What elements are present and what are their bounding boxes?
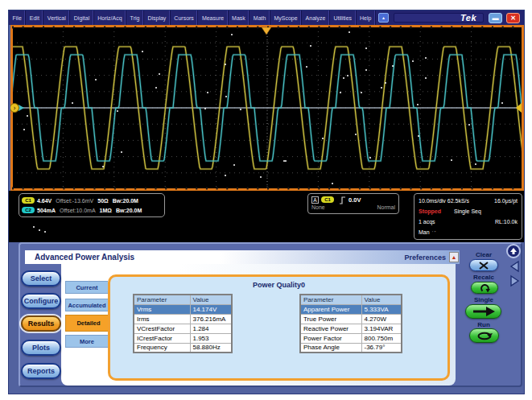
table-row[interactable]: Vrms14.174V xyxy=(134,304,232,314)
svg-text:›: › xyxy=(13,105,15,112)
menu-cursors[interactable]: Cursors xyxy=(171,10,199,25)
table-row[interactable]: True Power4.270W xyxy=(300,314,402,324)
nav-button-reports[interactable]: Reports xyxy=(21,363,61,379)
trigger-mode-normal: Normal xyxy=(377,204,395,210)
table-row[interactable]: Apparent Power5.333VA xyxy=(300,304,402,314)
panel-title: Advanced Power Analysis xyxy=(35,253,134,262)
ch1-scale: 4.64V xyxy=(37,198,52,204)
ch1-badge[interactable]: C1 xyxy=(22,197,35,204)
menu-mask[interactable]: Mask xyxy=(229,10,250,25)
ch1-impedance: 50Ω xyxy=(97,198,108,204)
advanced-power-analysis-panel: Advanced Power Analysis Preferences ▲ Se… xyxy=(19,242,522,387)
single-label: Single xyxy=(456,296,512,303)
content-title: Power Quality0 xyxy=(110,281,447,289)
channel-readout-box[interactable]: C1 4.64V Offset:-13.6mV 50Ω Bw:20.0M C2 … xyxy=(19,193,165,217)
scope-application-window: FileEditVerticalDigitalHoriz/AcqTrigDisp… xyxy=(8,10,525,394)
trigger-readout-box[interactable]: A C1 0.0V None Normal xyxy=(307,193,399,214)
menu-vertical[interactable]: Vertical xyxy=(43,10,70,25)
menu-measure[interactable]: Measure xyxy=(198,10,228,25)
menu-overflow-button[interactable]: ▲ xyxy=(378,13,389,23)
acq-stopped: Stopped xyxy=(419,208,441,214)
table-row[interactable]: Power Factor800.750m xyxy=(300,333,402,343)
menu-utilities[interactable]: Utilities xyxy=(330,10,357,25)
menu-analyze[interactable]: Analyze xyxy=(302,10,330,25)
tab-accumulated[interactable]: Accumulated xyxy=(65,299,108,311)
menu-edit[interactable]: Edit xyxy=(26,10,43,25)
nav-button-configure[interactable]: Configure xyxy=(21,293,61,309)
ch2-scale: 504mA xyxy=(37,208,56,213)
menu-file[interactable]: File xyxy=(9,10,26,25)
close-button[interactable]: ✕ xyxy=(506,13,520,23)
table-row[interactable]: VCrestFactor1.284 xyxy=(134,324,232,333)
results-content-area: Power Quality0 ParameterValueVrms14.174V… xyxy=(108,274,450,381)
table-row[interactable]: Irms376.216mA xyxy=(134,314,232,324)
clear-label: Clear xyxy=(456,251,512,258)
clear-button[interactable] xyxy=(469,259,498,271)
menu-horizacq[interactable]: Horiz/Acq xyxy=(94,10,126,25)
menu-trig[interactable]: Trig xyxy=(126,10,144,25)
run-label: Run xyxy=(456,321,512,328)
ch2-bandwidth: Bw:20.0M xyxy=(116,208,142,213)
ch2-offset: Offset:10.0mA xyxy=(60,208,96,213)
acq-count: 1 acqs xyxy=(419,219,435,225)
ch1-offset: Offset:-13.6mV xyxy=(56,198,93,204)
menu-math[interactable]: Math xyxy=(250,10,270,25)
preferences-label[interactable]: Preferences xyxy=(404,254,446,262)
power-quality-table-right[interactable]: ParameterValueApparent Power5.333VATrue … xyxy=(299,294,402,353)
acq-resolution: 16.0μs/pt xyxy=(494,198,518,204)
single-button[interactable] xyxy=(465,304,501,319)
trigger-source-badge: C1 xyxy=(321,196,334,203)
waveform-display[interactable]: › xyxy=(10,25,524,191)
menu-display[interactable]: Display xyxy=(144,10,171,25)
panel-nav-arrows[interactable] xyxy=(508,260,521,289)
acq-single-seq: Single Seq xyxy=(454,208,481,214)
status-bar: C1 4.64V Offset:-13.6mV 50Ω Bw:20.0M C2 … xyxy=(9,191,524,242)
trigger-mode-none: None xyxy=(311,204,325,210)
recalc-button[interactable] xyxy=(471,282,498,294)
menu-digital[interactable]: Digital xyxy=(70,10,93,25)
trigger-a-icon: A xyxy=(311,196,319,204)
channel-1-readout: C1 4.64V Offset:-13.6mV 50Ω Bw:20.0M xyxy=(22,196,162,205)
table-row[interactable]: Frequency58.880Hz xyxy=(134,343,232,353)
menubar-groove: Tek xyxy=(394,13,484,23)
menu-myscope[interactable]: MyScope xyxy=(270,10,302,25)
channel-2-readout: C2 504mA Offset:10.0mA 1MΩ Bw:20.0M xyxy=(22,205,162,215)
rising-edge-icon xyxy=(339,196,346,204)
acq-timebase: 10.0ms/div 62.5kS/s xyxy=(419,198,469,204)
tab-detailed[interactable]: Detailed xyxy=(65,315,111,332)
ch1-bandwidth: Bw:20.0M xyxy=(113,198,138,204)
tab-current[interactable]: Current xyxy=(65,281,108,294)
ch2-impedance: 1MΩ xyxy=(100,208,112,213)
tek-logo: Tek xyxy=(460,13,476,23)
nav-button-results[interactable]: Results xyxy=(21,315,61,332)
up-arrow-icon xyxy=(509,247,518,255)
menu-help[interactable]: Help xyxy=(357,10,376,25)
run-button[interactable] xyxy=(469,328,499,343)
panel-move-button[interactable] xyxy=(506,244,521,258)
minimize-button[interactable]: ▬ xyxy=(489,13,502,23)
nav-button-plots[interactable]: Plots xyxy=(21,340,61,356)
power-quality-table-left[interactable]: ParameterValueVrms14.174VIrms376.216mAVC… xyxy=(133,294,233,353)
nav-button-select[interactable]: Select xyxy=(21,270,61,287)
acquisition-readout-box[interactable]: 10.0ms/div 62.5kS/s 16.0μs/pt Stopped Si… xyxy=(414,193,522,240)
acq-record-length: RL:10.0k xyxy=(495,219,518,225)
table-row[interactable]: ICrestFactor1.953 xyxy=(134,333,232,343)
tab-more[interactable]: More xyxy=(65,335,108,348)
menubar: FileEditVerticalDigitalHoriz/AcqTrigDisp… xyxy=(9,10,524,25)
ch2-badge[interactable]: C2 xyxy=(22,207,35,213)
recalc-label: Recalc xyxy=(456,274,512,281)
trigger-level: 0.0V xyxy=(348,196,361,204)
acq-man: Man xyxy=(419,229,430,235)
screenshot-frame: FileEditVerticalDigitalHoriz/AcqTrigDisp… xyxy=(0,0,532,400)
table-row[interactable]: Phase Angle-36.79° xyxy=(300,343,402,353)
panel-title-strip: Advanced Power Analysis Preferences ▲ xyxy=(25,250,460,264)
table-row[interactable]: Reactive Power3.194VAR xyxy=(300,324,402,333)
